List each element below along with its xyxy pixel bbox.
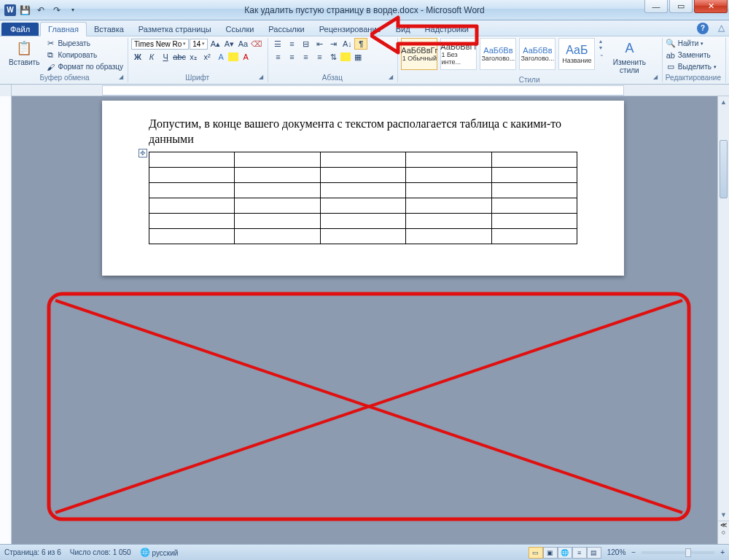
tab-page-layout[interactable]: Разметка страницы — [131, 23, 219, 36]
tab-view[interactable]: Вид — [389, 23, 418, 36]
view-print-layout-icon[interactable]: ▭ — [529, 547, 543, 559]
increase-indent-icon[interactable]: ⇥ — [327, 38, 340, 50]
scroll-thumb[interactable] — [720, 140, 728, 198]
tab-addins[interactable]: Надстройки — [418, 23, 476, 36]
maximize-button[interactable]: ▭ — [669, 0, 693, 13]
view-full-screen-icon[interactable]: ▣ — [543, 547, 558, 559]
qat-dropdown-icon[interactable]: ▾ — [66, 3, 80, 18]
subscript-button[interactable]: x₂ — [187, 51, 200, 63]
change-styles-button[interactable]: A Изменить стили — [609, 38, 650, 76]
redo-icon[interactable]: ↷ — [50, 3, 64, 18]
copy-button[interactable]: ⧉Копировать — [45, 50, 123, 61]
styles-gallery-more-icon[interactable]: ⌄ — [599, 51, 604, 58]
borders-icon[interactable]: ▦ — [351, 51, 364, 63]
line-spacing-icon[interactable]: ⇅ — [327, 51, 340, 63]
clear-formatting-icon[interactable]: ⌫ — [250, 38, 263, 50]
zoom-in-icon[interactable]: + — [720, 548, 725, 556]
shrink-font-icon[interactable]: A▾ — [222, 38, 235, 50]
view-web-layout-icon[interactable]: 🌐 — [558, 547, 572, 559]
undo-icon[interactable]: ↶ — [34, 3, 48, 18]
zoom-slider-knob[interactable] — [685, 548, 691, 557]
window-title: Как удалить пустую страницу в ворде.docx… — [244, 5, 485, 15]
tab-home[interactable]: Главная — [40, 22, 87, 36]
decrease-indent-icon[interactable]: ⇤ — [313, 38, 326, 50]
show-hide-paragraph-marks-button[interactable]: ¶ — [354, 38, 367, 50]
zoom-out-icon[interactable]: − — [631, 548, 636, 556]
tab-references[interactable]: Ссылки — [219, 23, 262, 36]
format-painter-button[interactable]: 🖌Формат по образцу — [45, 61, 123, 72]
help-icon[interactable]: ? — [697, 23, 709, 34]
replace-button[interactable]: abЗаменить — [666, 50, 717, 61]
editing-group-label: Редактирование — [666, 74, 721, 82]
align-center-icon[interactable]: ≡ — [285, 51, 298, 63]
zoom-slider[interactable] — [642, 551, 714, 554]
style-title[interactable]: АаБНазвание — [558, 38, 595, 70]
align-right-icon[interactable]: ≡ — [299, 51, 312, 63]
tab-file[interactable]: Файл — [1, 23, 39, 36]
status-word-count[interactable]: Число слов: 1 050 — [70, 548, 131, 556]
justify-icon[interactable]: ≡ — [313, 51, 326, 63]
horizontal-ruler[interactable] — [0, 85, 729, 96]
cut-button[interactable]: ✂Вырезать — [45, 38, 123, 49]
bold-button[interactable]: Ж — [131, 51, 144, 63]
font-dialog-launcher[interactable]: ◢ — [259, 74, 266, 81]
minimize-button[interactable]: — — [644, 0, 668, 13]
save-icon[interactable]: 💾 — [17, 3, 32, 18]
styles-dialog-launcher[interactable]: ◢ — [653, 74, 660, 81]
multilevel-list-icon[interactable]: ⊟ — [299, 38, 312, 50]
view-outline-icon[interactable]: ≡ — [572, 547, 587, 559]
vertical-ruler[interactable] — [0, 96, 12, 544]
scroll-up-icon[interactable]: ▲ — [718, 96, 729, 108]
grow-font-icon[interactable]: A▴ — [208, 38, 222, 50]
text-effects-icon[interactable]: A — [214, 51, 227, 63]
highlight-icon[interactable] — [228, 52, 238, 61]
view-draft-icon[interactable]: ▤ — [587, 547, 601, 559]
styles-scroll-up-icon[interactable]: ▴ — [599, 38, 604, 44]
document-area[interactable]: Допустим, в конце вашего документа с тек… — [0, 96, 717, 544]
zoom-level[interactable]: 120% — [607, 548, 626, 556]
style-no-spacing[interactable]: АаБбВвГг1 Без инте... — [440, 38, 477, 70]
select-icon: ▭ — [666, 62, 676, 72]
cut-icon: ✂ — [45, 39, 55, 49]
prev-page-icon[interactable]: ≪ — [718, 521, 729, 529]
bullets-icon[interactable]: ☰ — [271, 38, 284, 50]
document-paragraph[interactable]: Допустим, в конце вашего документа с тек… — [149, 117, 577, 147]
tab-insert[interactable]: Вставка — [87, 23, 131, 36]
replace-icon: ab — [666, 50, 676, 61]
select-button[interactable]: ▭Выделить▾ — [666, 61, 717, 72]
find-button[interactable]: 🔍Найти▾ — [666, 38, 717, 49]
clipboard-dialog-launcher[interactable]: ◢ — [119, 74, 126, 81]
paragraph-dialog-launcher[interactable]: ◢ — [389, 74, 396, 81]
paste-label: Вставить — [9, 58, 39, 66]
style-normal[interactable]: АаБбВвГг1 Обычный — [401, 38, 437, 70]
minimize-ribbon-icon[interactable]: △ — [718, 23, 725, 33]
numbering-icon[interactable]: ≡ — [285, 38, 298, 50]
paste-button[interactable]: 📋 Вставить — [6, 38, 42, 68]
language-icon: 🌐 — [140, 548, 150, 558]
status-page[interactable]: Страница: 6 из 6 — [4, 548, 61, 556]
scroll-down-icon[interactable]: ▼ — [718, 509, 729, 521]
change-case-icon[interactable]: Aa — [236, 38, 249, 50]
superscript-button[interactable]: x² — [200, 51, 214, 63]
close-button[interactable]: ✕ — [694, 0, 728, 13]
sort-icon[interactable]: A↓ — [340, 38, 354, 50]
status-language[interactable]: 🌐 русский — [140, 548, 179, 558]
table-move-handle-icon[interactable]: ✥ — [139, 149, 147, 158]
document-table[interactable] — [149, 152, 577, 244]
font-size-combo[interactable]: 14▾ — [190, 39, 208, 50]
font-name-combo[interactable]: Times New Ro▾ — [131, 39, 189, 50]
align-left-icon[interactable]: ≡ — [271, 51, 284, 63]
style-heading1[interactable]: АаБбВвЗаголово... — [480, 38, 516, 70]
underline-button[interactable]: Ч — [159, 51, 172, 63]
tab-mailings[interactable]: Рассылки — [261, 23, 311, 36]
browse-object-icon[interactable]: ○ — [718, 529, 729, 536]
italic-button[interactable]: К — [145, 51, 158, 63]
strikethrough-button[interactable]: abc — [173, 51, 186, 63]
document-page[interactable]: Допустим, в конце вашего документа с тек… — [102, 101, 624, 276]
shading-icon[interactable] — [340, 52, 351, 61]
font-color-icon[interactable]: A — [239, 51, 252, 63]
styles-scroll-down-icon[interactable]: ▾ — [599, 44, 604, 51]
tab-review[interactable]: Рецензирование — [312, 23, 389, 36]
vertical-scrollbar[interactable]: ▲ ▼ ≪ ○ — [717, 96, 729, 544]
style-heading2[interactable]: АаБбВвЗаголово... — [519, 38, 555, 70]
